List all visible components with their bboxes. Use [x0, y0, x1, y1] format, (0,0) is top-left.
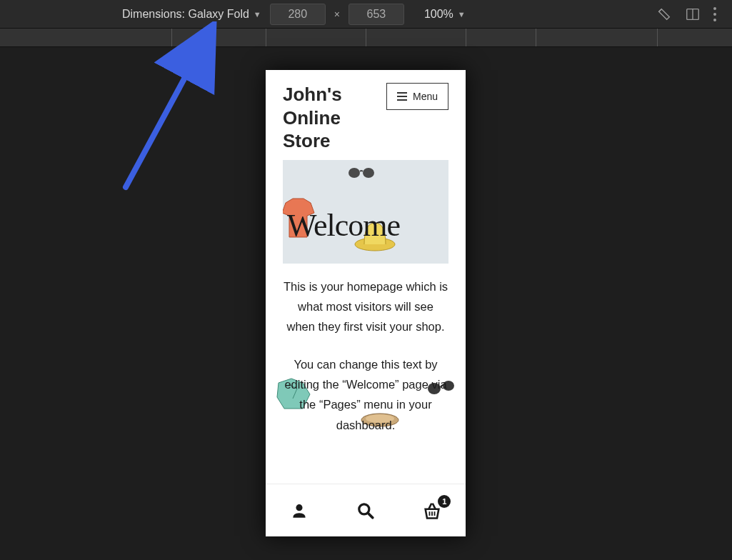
- homepage-paragraph-1: This is your homepage which is what most…: [283, 264, 448, 341]
- menu-button-label: Menu: [413, 91, 438, 102]
- store-title: John's Online Store: [283, 83, 386, 153]
- hamburger-icon: [397, 92, 407, 101]
- ruler-bar: [0, 29, 732, 47]
- cart-button[interactable]: 1: [421, 499, 443, 522]
- devtools-device-toolbar: Dimensions: Galaxy Fold ▼ × 100% ▼: [0, 0, 732, 29]
- search-button[interactable]: [354, 499, 377, 522]
- sunglasses-icon: [347, 164, 376, 180]
- device-dropdown[interactable]: Dimensions: Galaxy Fold ▼: [122, 8, 261, 21]
- device-dropdown-label: Dimensions: Galaxy Fold: [122, 8, 249, 21]
- homepage-paragraph-2: You can change this text by editing the …: [283, 341, 448, 440]
- search-icon: [356, 501, 375, 520]
- zoom-value: 100%: [424, 8, 453, 21]
- cart-count-badge: 1: [438, 495, 451, 508]
- store-header: John's Online Store Menu: [266, 70, 466, 160]
- dual-screen-icon[interactable]: [685, 6, 701, 22]
- device-viewport: John's Online Store Menu Welcome This is…: [266, 70, 466, 536]
- account-button[interactable]: [288, 499, 311, 522]
- menu-button[interactable]: Menu: [386, 83, 448, 110]
- svg-point-10: [296, 504, 302, 511]
- dimension-separator: ×: [334, 9, 340, 20]
- user-icon: [290, 501, 309, 520]
- bottom-nav: 1: [266, 484, 466, 536]
- welcome-heading: Welcome: [283, 207, 448, 244]
- caret-down-icon: ▼: [458, 10, 466, 19]
- welcome-hero: Welcome: [283, 160, 448, 264]
- zoom-dropdown[interactable]: 100% ▼: [424, 8, 466, 21]
- svg-line-12: [368, 513, 373, 518]
- svg-line-2: [126, 29, 211, 187]
- viewport-height-input[interactable]: [349, 4, 404, 25]
- annotation-arrow: [120, 21, 234, 193]
- toolbar-right-group: [656, 6, 721, 22]
- svg-point-4: [363, 168, 374, 178]
- more-options-icon[interactable]: [713, 7, 716, 21]
- viewport-width-input[interactable]: [270, 4, 326, 25]
- caret-down-icon: ▼: [254, 10, 261, 19]
- store-body: Welcome This is your homepage which is w…: [266, 160, 466, 440]
- svg-point-3: [349, 168, 360, 178]
- rotate-icon[interactable]: [656, 6, 672, 22]
